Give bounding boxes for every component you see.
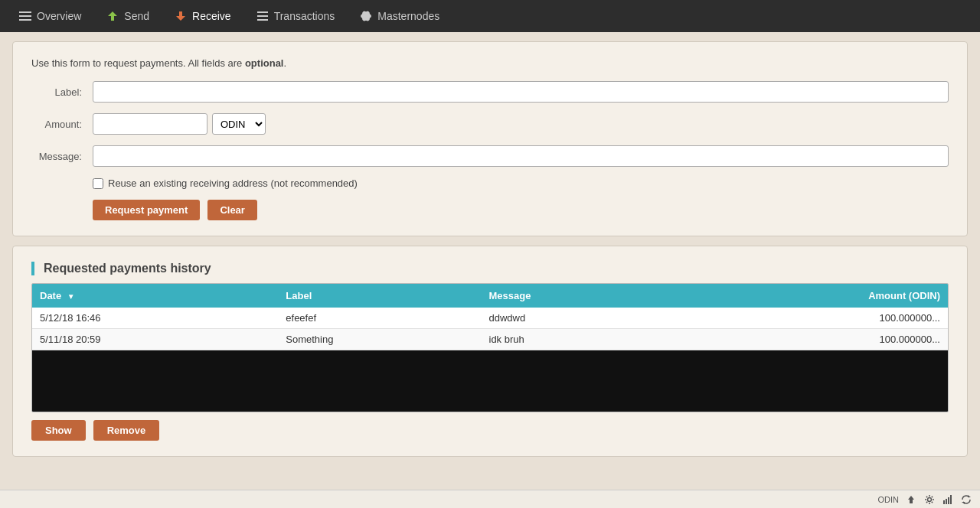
receive-icon [174,9,188,23]
nav-receive[interactable]: Receive [163,5,242,28]
svg-rect-15 [948,497,949,504]
table-row[interactable]: 5/11/18 20:59 Something idk bruh 100.000… [32,329,948,350]
svg-rect-2 [19,19,31,21]
nav-transactions[interactable]: Transactions [245,5,346,28]
history-section-header: Requested payments history [31,262,949,275]
transactions-icon [256,9,270,23]
col-label: Label [278,284,481,308]
svg-rect-7 [257,19,268,21]
bottom-buttons: Show Remove [31,420,949,441]
settings-icon[interactable] [923,493,936,506]
cell-amount: 100.000000... [666,308,948,329]
table-row[interactable]: 5/12/18 16:46 efeefef ddwdwd 100.000000.… [32,308,948,329]
amount-controls: ODIN BTC USD [93,113,266,135]
reuse-address-row: Reuse an existing receiving address (not… [93,177,949,189]
sort-arrow-date: ▼ [67,292,75,301]
amount-row: Amount: ODIN BTC USD [31,113,949,135]
remove-button[interactable]: Remove [93,420,160,441]
upload-icon [905,493,917,506]
form-description: Use this form to request payments. All f… [31,57,949,69]
label-input[interactable] [93,81,949,103]
amount-field-label: Amount: [31,119,93,130]
empty-area [32,350,948,412]
reuse-address-checkbox[interactable] [93,178,103,189]
col-amount: Amount (ODIN) [666,284,948,308]
message-input[interactable] [93,145,949,167]
message-row: Message: [31,145,949,167]
form-buttons: Request payment Clear [93,200,949,220]
nav-masternodes[interactable]: Masternodes [348,5,450,28]
cell-date: 5/11/18 20:59 [32,329,278,350]
menu-icon [18,9,32,23]
svg-rect-16 [950,495,952,504]
cell-message: idk bruh [482,329,667,350]
col-date[interactable]: Date ▼ [32,284,278,308]
svg-marker-4 [176,11,185,21]
svg-marker-17 [968,495,971,497]
currency-select[interactable]: ODIN BTC USD [212,113,266,135]
statusbar: ODIN [0,490,980,508]
reuse-address-label: Reuse an existing receiving address (not… [108,177,358,189]
nav-send[interactable]: Send [95,5,160,28]
history-table: Date ▼ Label Message Amount (ODIN) [32,284,948,350]
svg-rect-13 [943,500,945,504]
label-field-label: Label: [31,86,93,98]
svg-marker-3 [108,11,117,21]
history-card: Requested payments history Date ▼ Label … [12,246,968,457]
masternodes-icon [359,9,373,23]
send-icon [106,9,119,23]
sync-icon [960,493,972,506]
statusbar-coin: ODIN [878,495,900,504]
cell-label: efeefef [278,308,481,329]
svg-marker-18 [962,502,965,504]
svg-rect-5 [257,11,268,13]
request-payment-button[interactable]: Request payment [93,200,200,220]
show-button[interactable]: Show [31,420,86,441]
network-icon [942,493,954,506]
navbar: Overview Send Receive Transactions [0,0,980,32]
cell-date: 5/12/18 16:46 [32,308,278,329]
history-table-container: Date ▼ Label Message Amount (ODIN) [31,283,949,412]
request-payment-card: Use this form to request payments. All f… [12,41,968,236]
label-row: Label: [31,81,949,103]
cell-message: ddwdwd [482,308,667,329]
table-header-row: Date ▼ Label Message Amount (ODIN) [32,284,948,308]
history-title: Requested payments history [44,262,211,275]
main-content: Use this form to request payments. All f… [0,32,980,466]
svg-rect-14 [946,499,947,504]
svg-marker-11 [908,496,914,503]
svg-point-12 [928,497,932,501]
svg-rect-0 [19,11,31,13]
cell-label: Something [278,329,481,350]
nav-overview[interactable]: Overview [8,5,92,28]
svg-rect-6 [257,15,268,17]
col-message: Message [482,284,667,308]
message-field-label: Message: [31,151,93,162]
clear-button[interactable]: Clear [207,200,257,220]
cell-amount: 100.000000... [666,329,948,350]
svg-rect-1 [19,15,31,17]
amount-input[interactable] [93,113,207,135]
